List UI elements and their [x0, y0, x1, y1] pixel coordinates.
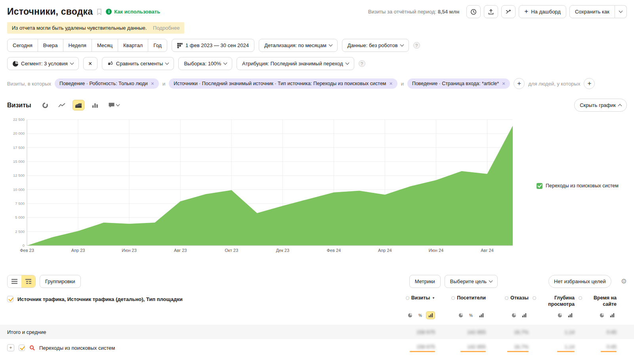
chip-remove-icon[interactable]: × — [151, 81, 154, 86]
flat-list-view-button[interactable] — [8, 275, 21, 288]
chart-type-pie-button[interactable] — [39, 100, 51, 111]
visits-period-summary: Визиты за отчётный период: 8,54 млн — [368, 9, 459, 15]
row-checkbox[interactable] — [19, 345, 25, 351]
date-filter-row: СегодняВчераНеделяМесяцКварталГод 1 фев … — [7, 39, 627, 52]
period-button-3[interactable]: Месяц — [92, 39, 118, 52]
data-mode-button[interactable]: Данные: без роботов — [342, 39, 409, 52]
legend-checkbox[interactable] — [537, 183, 542, 189]
column-header-3[interactable]: Глубина просмотра — [533, 295, 575, 307]
column-header-4[interactable]: Время на сайте — [579, 295, 617, 307]
svg-text:10 000: 10 000 — [13, 187, 25, 192]
chart-type-columns-button[interactable] — [89, 100, 101, 111]
add-condition-button[interactable]: + — [514, 78, 525, 89]
plus-icon: + — [524, 8, 528, 15]
metric-bars-toggle[interactable] — [519, 311, 529, 319]
svg-text:Дек 23: Дек 23 — [276, 248, 289, 253]
favorite-goals-button[interactable]: Нет избранных целей — [548, 275, 611, 288]
metric-pie-toggle[interactable] — [597, 311, 606, 319]
legend-item[interactable]: Переходы из поисковых систем — [537, 183, 619, 189]
segment-button[interactable]: Сегмент: 3 условия — [7, 57, 79, 70]
period-button-5[interactable]: Год — [148, 39, 167, 52]
attribution-button[interactable]: Атрибуция: Последний значимый переход — [237, 57, 354, 70]
save-as-button[interactable]: Сохранить как — [569, 5, 615, 18]
svg-text:Июн 24: Июн 24 — [429, 248, 444, 253]
segment-filter-row: Сегмент: 3 условия × Сравнить сегменты В… — [7, 57, 627, 70]
integrations-button[interactable] — [501, 5, 516, 18]
svg-text:Фев 24: Фев 24 — [327, 248, 341, 253]
conjunction-label: и — [401, 81, 404, 87]
metric-percent-toggle[interactable]: % — [466, 311, 476, 319]
column-label: Отказы — [510, 295, 529, 301]
period-button-4[interactable]: Квартал — [118, 39, 148, 52]
bookmark-icon[interactable] — [97, 9, 102, 15]
svg-text:17 500: 17 500 — [13, 145, 25, 150]
chart-comments-button[interactable] — [106, 100, 122, 111]
period-button-1[interactable]: Вчера — [38, 39, 63, 52]
metric-percent-toggle[interactable]: % — [416, 311, 425, 319]
svg-text:5 000: 5 000 — [15, 215, 25, 219]
row-value-1: 142 855 — [439, 344, 486, 352]
detalization-button[interactable]: Детализация: по месяцам — [259, 39, 338, 52]
chip-remove-icon[interactable]: × — [389, 81, 392, 86]
totals-value-0: 158 675 — [394, 329, 435, 335]
column-label: Посетители — [457, 295, 486, 301]
metric-toggles-row: %% — [7, 311, 627, 319]
chevron-down-icon — [328, 43, 332, 47]
sampling-button[interactable]: Выборка: 100% — [178, 57, 232, 70]
hide-chart-button[interactable]: Скрыть график — [574, 99, 627, 112]
view-mode-switch — [7, 275, 36, 288]
metric-bars-toggle[interactable] — [565, 311, 575, 319]
row-label[interactable]: Переходы из поисковых систем — [39, 345, 115, 351]
metric-pie-toggle[interactable] — [405, 311, 414, 319]
choose-goal-button[interactable]: Выберите цель — [445, 275, 498, 288]
notice-text: Из отчета могли быть удалены чувствитель… — [12, 25, 147, 31]
segment-chip-1[interactable]: Источники · Последний значимый источник … — [169, 78, 397, 89]
value-bar-indicator — [460, 351, 486, 352]
metric-pie-toggle[interactable] — [456, 311, 465, 319]
chart-type-area-button[interactable] — [73, 100, 84, 111]
metric-pie-toggle[interactable] — [555, 311, 564, 319]
metric-pie-toggle[interactable] — [509, 311, 518, 319]
add-to-dashboard-label: На дашборд — [531, 9, 561, 15]
column-header-0[interactable]: Визиты▼ — [394, 295, 435, 307]
groupings-button[interactable]: Группировки — [40, 275, 81, 288]
compare-segments-button[interactable]: Сравнить сегменты — [102, 57, 174, 70]
chart-type-line-button[interactable] — [56, 100, 68, 111]
add-to-dashboard-button[interactable]: + На дашборд — [519, 5, 566, 18]
save-as-dropdown-button[interactable] — [615, 5, 627, 18]
svg-text:Авг 24: Авг 24 — [481, 248, 493, 253]
select-all-checkbox[interactable] — [7, 296, 13, 302]
segment-chip-2[interactable]: Поведение · Страница входа: *article*× — [407, 78, 510, 89]
metrics-button[interactable]: Метрики — [409, 275, 441, 288]
notice-more-link[interactable]: Подробнее — [153, 25, 180, 31]
help-icon[interactable]: ? — [413, 42, 420, 49]
column-header-2[interactable]: Отказы — [490, 295, 529, 307]
date-range-button[interactable]: 1 фев 2023 — 30 сен 2024 — [172, 39, 254, 52]
add-people-condition-button[interactable]: + — [584, 78, 595, 89]
column-header-1[interactable]: Посетители — [439, 295, 486, 307]
choose-goal-label: Выберите цель — [450, 278, 487, 284]
metric-bars-toggle[interactable] — [607, 311, 617, 319]
table-row[interactable]: +Переходы из поисковых систем158 675142 … — [7, 339, 627, 356]
gear-icon[interactable]: ⚙ — [621, 277, 627, 286]
dimension-label[interactable]: Источник трафика, Источник трафика (дета… — [17, 296, 183, 302]
metric-bars-toggle[interactable] — [426, 311, 435, 319]
chip-remove-icon[interactable]: × — [502, 81, 505, 86]
period-button-0[interactable]: Сегодня — [7, 39, 38, 52]
metric-bars-toggle[interactable] — [477, 311, 486, 319]
metric-toggle-group-1: % — [439, 311, 486, 319]
history-button[interactable] — [466, 5, 481, 18]
export-button[interactable] — [484, 5, 498, 18]
help-icon[interactable]: ? — [359, 60, 365, 67]
clear-segment-button[interactable]: × — [83, 57, 97, 70]
period-button-2[interactable]: Неделя — [63, 39, 92, 52]
area-chart-icon — [75, 103, 82, 108]
segment-chip-0[interactable]: Поведение · Роботность: Только люди× — [55, 78, 159, 89]
expand-row-button[interactable]: + — [7, 344, 14, 351]
how-to-use-link[interactable]: i Как использовать — [106, 9, 160, 15]
period-quick-buttons: СегодняВчераНеделяМесяцКварталГод — [7, 39, 167, 52]
chart-title: Визиты — [7, 102, 31, 109]
tree-view-button[interactable] — [21, 275, 35, 288]
svg-text:20 000: 20 000 — [13, 131, 25, 135]
chart-canvas[interactable]: 02 5005 0007 50010 00012 50015 00017 500… — [7, 115, 514, 257]
